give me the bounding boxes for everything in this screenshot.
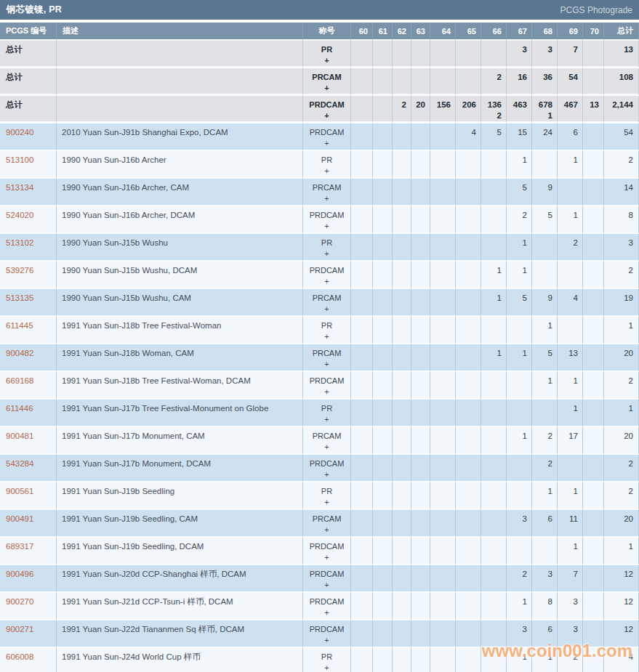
- pcgs-number-link[interactable]: 513135: [6, 294, 33, 302]
- grade-cell-68: 1: [532, 372, 558, 400]
- coin-description: 1991 Yuan Sun-J17b Monument, CAM: [62, 432, 205, 440]
- grade-cell-62: 2: [393, 96, 411, 124]
- total-row-label: 总计: [6, 73, 23, 81]
- pcgs-number-link[interactable]: 543284: [6, 459, 33, 468]
- grade-cell-67: [507, 372, 532, 400]
- pcgs-number-link[interactable]: 900496: [6, 570, 33, 578]
- grade-cell-70: [583, 41, 604, 68]
- grade-cell-67: 463: [507, 96, 532, 124]
- grade-cell-66: [481, 593, 507, 620]
- pcgs-number-link[interactable]: 689317: [6, 542, 33, 551]
- grade-cell-69: 3: [558, 620, 583, 648]
- grade-cell-63: [411, 179, 430, 206]
- pcgs-number-link[interactable]: 900481: [6, 432, 33, 440]
- grade-cell-69: 1: [558, 372, 583, 400]
- coin-description: 1991 Yuan Sun-J19b Seedling, DCAM: [62, 542, 204, 551]
- grade-cell-61: [373, 41, 393, 68]
- pcgs-number-link[interactable]: 900561: [6, 487, 33, 495]
- grade-cell-61: [373, 289, 393, 317]
- pcgs-number-link[interactable]: 539276: [6, 266, 33, 275]
- grade-cell-69: 3: [558, 593, 583, 620]
- grade-cell-69: 1: [558, 206, 583, 234]
- page-title: 钢芯镀镍, PR: [7, 4, 62, 16]
- grade-cell-62: [393, 317, 411, 344]
- pcgs-number-link[interactable]: 611446: [6, 404, 33, 413]
- grade-cell-66: [481, 427, 507, 455]
- grade-cell-total: 1: [604, 400, 639, 427]
- pcgs-number-link[interactable]: 611445: [6, 321, 33, 330]
- grade-cell-60: [351, 262, 373, 289]
- grade-cell-65: [456, 206, 481, 234]
- grade-cell-63: [411, 344, 430, 372]
- grade-cell-64: [430, 151, 456, 179]
- grade-cell-66: [481, 400, 507, 427]
- pcgs-number-link[interactable]: 513102: [6, 238, 33, 247]
- designation-cell: PRDCAM +: [303, 565, 351, 593]
- designation-cell: PRDCAM +: [303, 96, 351, 124]
- grade-cell-62: [393, 344, 411, 372]
- designation-plus: +: [303, 497, 350, 508]
- grade-cell-61: [373, 482, 393, 510]
- pcgs-number-link[interactable]: 900271: [6, 625, 33, 633]
- grade-cell-63: [411, 317, 430, 344]
- grade-cell-67: 5: [507, 179, 532, 206]
- grade-cell-70: [583, 344, 604, 372]
- grade-cell-69: 17: [558, 427, 583, 455]
- designation-label: PRCAM: [303, 293, 350, 304]
- grade-cell-63: [411, 124, 430, 151]
- pcgs-number-link[interactable]: 900482: [6, 349, 33, 357]
- pcgs-number-link[interactable]: 669168: [6, 376, 33, 385]
- grade-cell-70: 13: [583, 96, 604, 124]
- designation-cell: PRDCAM +: [303, 124, 351, 151]
- pcgs-number-link[interactable]: 513134: [6, 183, 33, 192]
- grade-cell-67: 5: [507, 289, 532, 317]
- grade-cell-62: [393, 510, 411, 538]
- grade-cell-60: [351, 482, 373, 510]
- pcgs-number-link[interactable]: 524020: [6, 211, 33, 219]
- grade-cell-66: 1: [481, 262, 507, 289]
- designation-plus: +: [303, 386, 350, 397]
- grade-cell-62: [393, 41, 411, 68]
- grade-cell-64: 156: [430, 96, 456, 124]
- grade-cell-63: [411, 482, 430, 510]
- table-row: 524020 1990 Yuan Sun-J16b Archer, DCAM P…: [0, 206, 639, 234]
- grade-cell-68: 1: [532, 317, 558, 344]
- designation-cell: PR +: [303, 400, 351, 427]
- designation-plus: +: [303, 248, 350, 259]
- designation-plus: +: [303, 55, 350, 66]
- grade-cell-67: [507, 455, 532, 482]
- pcgs-number-link[interactable]: 900270: [6, 597, 33, 606]
- grade-cell-63: [411, 620, 430, 648]
- grade-cell-65: [456, 289, 481, 317]
- pcgs-number-link[interactable]: 513100: [6, 155, 33, 164]
- grade-cell-69: 467: [558, 96, 583, 124]
- column-header-pcgs-number: PCGS 编号: [0, 23, 57, 41]
- table-row: 总计 PRCAM + 2 16 36 54 108: [0, 68, 639, 96]
- pcgs-number-link[interactable]: 900491: [6, 514, 33, 523]
- designation-label: PR: [303, 238, 350, 248]
- column-header-designation: 称号: [303, 23, 351, 41]
- grade-cell-65: [456, 648, 481, 672]
- pcgs-number-link[interactable]: 900240: [6, 128, 33, 137]
- photograde-link[interactable]: PCGS Photograde: [560, 5, 632, 15]
- grade-cell-63: [411, 455, 430, 482]
- grade-cell-68: 6: [532, 510, 558, 538]
- coin-description: 1990 Yuan Sun-J16b Archer, DCAM: [62, 211, 195, 219]
- pcgs-number-link[interactable]: 606008: [6, 652, 33, 661]
- grade-cell-65: 206: [456, 96, 481, 124]
- table-row: 900271 1991 Yuan Sun-J22d Tiananmen Sq 样…: [0, 620, 639, 648]
- grade-cell-total: 12: [604, 593, 639, 620]
- grade-cell-66: [481, 455, 507, 482]
- designation-label: PRDCAM: [303, 100, 350, 110]
- designation-plus: +: [303, 138, 350, 149]
- total-row-label: 总计: [6, 100, 23, 109]
- designation-plus: +: [303, 110, 350, 121]
- grade-cell-68: [532, 262, 558, 289]
- grade-cell-70: [583, 179, 604, 206]
- grade-cell-66: 5: [481, 124, 507, 151]
- grade-cell-70: [583, 538, 604, 565]
- grade-cell-total: 12: [604, 620, 639, 648]
- grade-cell-66: [481, 151, 507, 179]
- grade-cell-68: [532, 234, 558, 262]
- grade-cell-63: [411, 234, 430, 262]
